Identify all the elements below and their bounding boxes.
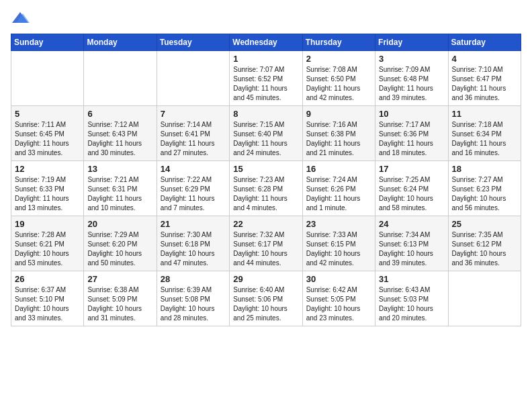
calendar-week-row: 1Sunrise: 7:07 AM Sunset: 6:52 PM Daylig… bbox=[11, 51, 521, 106]
day-info: Sunrise: 7:35 AM Sunset: 6:12 PM Dayligh… bbox=[452, 230, 517, 268]
day-number: 25 bbox=[452, 219, 517, 229]
day-number: 31 bbox=[379, 274, 444, 284]
calendar-cell: 27Sunrise: 6:38 AM Sunset: 5:09 PM Dayli… bbox=[84, 271, 157, 326]
day-info: Sunrise: 7:09 AM Sunset: 6:48 PM Dayligh… bbox=[379, 65, 444, 103]
day-number: 4 bbox=[452, 54, 517, 64]
day-info: Sunrise: 6:43 AM Sunset: 5:03 PM Dayligh… bbox=[379, 285, 444, 323]
calendar-cell: 4Sunrise: 7:10 AM Sunset: 6:47 PM Daylig… bbox=[448, 51, 521, 106]
day-number: 29 bbox=[233, 274, 298, 284]
day-info: Sunrise: 7:22 AM Sunset: 6:29 PM Dayligh… bbox=[161, 175, 226, 213]
day-info: Sunrise: 7:07 AM Sunset: 6:52 PM Dayligh… bbox=[233, 65, 298, 103]
calendar-week-row: 12Sunrise: 7:19 AM Sunset: 6:33 PM Dayli… bbox=[11, 161, 521, 216]
calendar-cell: 21Sunrise: 7:30 AM Sunset: 6:18 PM Dayli… bbox=[157, 216, 229, 271]
page-header bbox=[11, 11, 521, 26]
day-number: 14 bbox=[161, 164, 226, 174]
day-info: Sunrise: 7:30 AM Sunset: 6:18 PM Dayligh… bbox=[161, 230, 226, 268]
calendar-cell: 20Sunrise: 7:29 AM Sunset: 6:20 PM Dayli… bbox=[84, 216, 157, 271]
day-info: Sunrise: 7:32 AM Sunset: 6:17 PM Dayligh… bbox=[233, 230, 298, 268]
day-of-week-header: Sunday bbox=[11, 34, 84, 51]
day-number: 18 bbox=[452, 164, 517, 174]
calendar-cell: 5Sunrise: 7:11 AM Sunset: 6:45 PM Daylig… bbox=[11, 106, 84, 161]
day-number: 5 bbox=[15, 109, 80, 119]
day-info: Sunrise: 7:19 AM Sunset: 6:33 PM Dayligh… bbox=[15, 175, 80, 213]
day-info: Sunrise: 7:29 AM Sunset: 6:20 PM Dayligh… bbox=[87, 230, 152, 268]
day-number: 15 bbox=[233, 164, 298, 174]
day-number: 11 bbox=[452, 109, 517, 119]
day-info: Sunrise: 6:37 AM Sunset: 5:10 PM Dayligh… bbox=[15, 285, 80, 323]
day-number: 30 bbox=[306, 274, 371, 284]
day-of-week-header: Wednesday bbox=[230, 34, 302, 51]
calendar-cell: 13Sunrise: 7:21 AM Sunset: 6:31 PM Dayli… bbox=[84, 161, 157, 216]
calendar-cell: 11Sunrise: 7:18 AM Sunset: 6:34 PM Dayli… bbox=[448, 106, 521, 161]
day-number: 6 bbox=[87, 109, 152, 119]
day-number: 10 bbox=[379, 109, 444, 119]
calendar-cell: 7Sunrise: 7:14 AM Sunset: 6:41 PM Daylig… bbox=[157, 106, 229, 161]
day-number: 22 bbox=[233, 219, 298, 229]
calendar-cell: 28Sunrise: 6:39 AM Sunset: 5:08 PM Dayli… bbox=[157, 271, 229, 326]
day-info: Sunrise: 7:18 AM Sunset: 6:34 PM Dayligh… bbox=[452, 120, 517, 158]
logo bbox=[11, 11, 32, 26]
calendar-header-row: SundayMondayTuesdayWednesdayThursdayFrid… bbox=[11, 34, 521, 51]
day-number: 21 bbox=[161, 219, 226, 229]
day-info: Sunrise: 7:34 AM Sunset: 6:13 PM Dayligh… bbox=[379, 230, 444, 268]
calendar-cell bbox=[11, 51, 84, 106]
calendar-cell bbox=[448, 271, 521, 326]
day-number: 24 bbox=[379, 219, 444, 229]
day-info: Sunrise: 6:40 AM Sunset: 5:06 PM Dayligh… bbox=[233, 285, 298, 323]
day-number: 17 bbox=[379, 164, 444, 174]
calendar-cell: 24Sunrise: 7:34 AM Sunset: 6:13 PM Dayli… bbox=[375, 216, 448, 271]
day-info: Sunrise: 7:17 AM Sunset: 6:36 PM Dayligh… bbox=[379, 120, 444, 158]
day-info: Sunrise: 7:27 AM Sunset: 6:23 PM Dayligh… bbox=[452, 175, 517, 213]
logo-icon bbox=[11, 11, 30, 26]
day-of-week-header: Tuesday bbox=[157, 34, 229, 51]
calendar-cell: 29Sunrise: 6:40 AM Sunset: 5:06 PM Dayli… bbox=[230, 271, 302, 326]
day-number: 3 bbox=[379, 54, 444, 64]
day-number: 12 bbox=[15, 164, 80, 174]
calendar-cell: 2Sunrise: 7:08 AM Sunset: 6:50 PM Daylig… bbox=[302, 51, 375, 106]
calendar-cell: 12Sunrise: 7:19 AM Sunset: 6:33 PM Dayli… bbox=[11, 161, 84, 216]
day-info: Sunrise: 6:39 AM Sunset: 5:08 PM Dayligh… bbox=[161, 285, 226, 323]
day-info: Sunrise: 7:12 AM Sunset: 6:43 PM Dayligh… bbox=[87, 120, 152, 158]
calendar-cell bbox=[84, 51, 157, 106]
day-info: Sunrise: 7:10 AM Sunset: 6:47 PM Dayligh… bbox=[452, 65, 517, 103]
calendar-cell: 19Sunrise: 7:28 AM Sunset: 6:21 PM Dayli… bbox=[11, 216, 84, 271]
day-info: Sunrise: 7:15 AM Sunset: 6:40 PM Dayligh… bbox=[233, 120, 298, 158]
calendar-cell: 30Sunrise: 6:42 AM Sunset: 5:05 PM Dayli… bbox=[302, 271, 375, 326]
calendar-cell: 31Sunrise: 6:43 AM Sunset: 5:03 PM Dayli… bbox=[375, 271, 448, 326]
day-number: 28 bbox=[161, 274, 226, 284]
day-info: Sunrise: 7:21 AM Sunset: 6:31 PM Dayligh… bbox=[87, 175, 152, 213]
calendar-cell: 10Sunrise: 7:17 AM Sunset: 6:36 PM Dayli… bbox=[375, 106, 448, 161]
day-info: Sunrise: 7:24 AM Sunset: 6:26 PM Dayligh… bbox=[306, 175, 371, 213]
day-info: Sunrise: 7:25 AM Sunset: 6:24 PM Dayligh… bbox=[379, 175, 444, 213]
day-info: Sunrise: 6:42 AM Sunset: 5:05 PM Dayligh… bbox=[306, 285, 371, 323]
calendar-cell: 6Sunrise: 7:12 AM Sunset: 6:43 PM Daylig… bbox=[84, 106, 157, 161]
calendar-cell: 16Sunrise: 7:24 AM Sunset: 6:26 PM Dayli… bbox=[302, 161, 375, 216]
day-info: Sunrise: 7:16 AM Sunset: 6:38 PM Dayligh… bbox=[306, 120, 371, 158]
day-of-week-header: Monday bbox=[84, 34, 157, 51]
day-info: Sunrise: 7:28 AM Sunset: 6:21 PM Dayligh… bbox=[15, 230, 80, 268]
calendar-week-row: 19Sunrise: 7:28 AM Sunset: 6:21 PM Dayli… bbox=[11, 216, 521, 271]
calendar-week-row: 5Sunrise: 7:11 AM Sunset: 6:45 PM Daylig… bbox=[11, 106, 521, 161]
day-number: 27 bbox=[87, 274, 152, 284]
day-of-week-header: Thursday bbox=[302, 34, 375, 51]
day-number: 9 bbox=[306, 109, 371, 119]
calendar-cell: 23Sunrise: 7:33 AM Sunset: 6:15 PM Dayli… bbox=[302, 216, 375, 271]
calendar-cell: 14Sunrise: 7:22 AM Sunset: 6:29 PM Dayli… bbox=[157, 161, 229, 216]
day-number: 1 bbox=[233, 54, 298, 64]
day-number: 19 bbox=[15, 219, 80, 229]
day-number: 13 bbox=[87, 164, 152, 174]
day-number: 8 bbox=[233, 109, 298, 119]
day-number: 26 bbox=[15, 274, 80, 284]
day-number: 2 bbox=[306, 54, 371, 64]
calendar-cell: 15Sunrise: 7:23 AM Sunset: 6:28 PM Dayli… bbox=[230, 161, 302, 216]
day-number: 16 bbox=[306, 164, 371, 174]
calendar-cell: 8Sunrise: 7:15 AM Sunset: 6:40 PM Daylig… bbox=[230, 106, 302, 161]
day-info: Sunrise: 7:14 AM Sunset: 6:41 PM Dayligh… bbox=[161, 120, 226, 158]
day-number: 20 bbox=[87, 219, 152, 229]
calendar-cell: 1Sunrise: 7:07 AM Sunset: 6:52 PM Daylig… bbox=[230, 51, 302, 106]
calendar-table: SundayMondayTuesdayWednesdayThursdayFrid… bbox=[11, 34, 521, 326]
calendar-cell: 26Sunrise: 6:37 AM Sunset: 5:10 PM Dayli… bbox=[11, 271, 84, 326]
day-number: 7 bbox=[161, 109, 226, 119]
day-info: Sunrise: 7:11 AM Sunset: 6:45 PM Dayligh… bbox=[15, 120, 80, 158]
calendar-week-row: 26Sunrise: 6:37 AM Sunset: 5:10 PM Dayli… bbox=[11, 271, 521, 326]
